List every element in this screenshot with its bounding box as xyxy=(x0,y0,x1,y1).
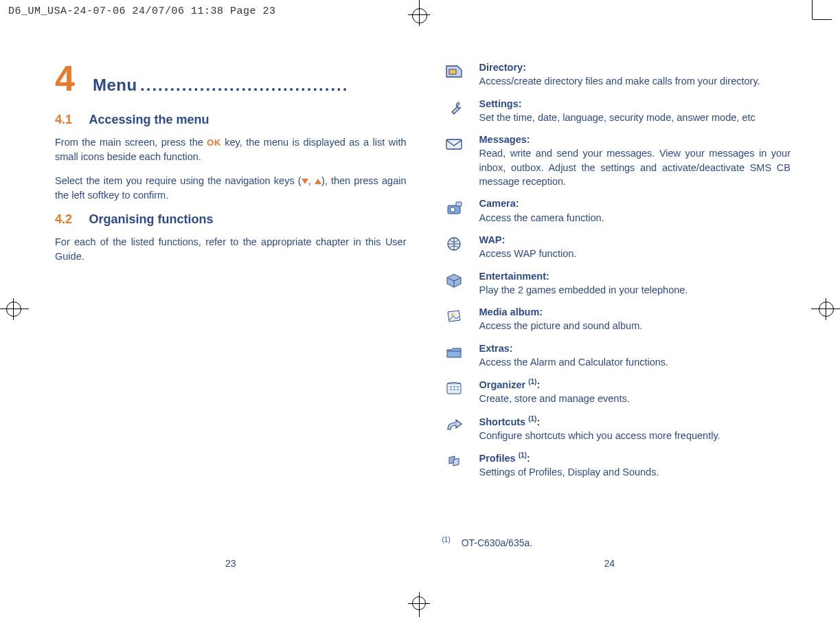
nav-up-icon xyxy=(315,179,321,184)
svg-rect-1 xyxy=(446,139,462,149)
print-header: D6_UM_USA-24-07-06 24/07/06 11:38 Page 2… xyxy=(8,5,276,17)
page-left: 4 Menu .................................… xyxy=(41,41,420,576)
svg-point-6 xyxy=(451,313,454,316)
crop-mark-right xyxy=(811,294,840,324)
shortcuts-icon xyxy=(442,416,466,435)
crop-mark-top xyxy=(398,0,440,27)
menu-item-text: Extras:Access the Alarm and Calculator f… xyxy=(479,341,669,370)
menu-item-text: Organizer (1):Create, store and manage e… xyxy=(479,377,630,405)
section-title: Organising functions xyxy=(89,212,213,226)
menu-item: Media album:Access the picture and sound… xyxy=(442,305,791,333)
page-number-right: 24 xyxy=(420,558,799,569)
chapter-dots: ................................... xyxy=(140,76,348,94)
menu-item-text: Camera:Access the camera function. xyxy=(479,197,604,225)
chapter-title: Menu xyxy=(93,76,137,94)
menu-item-text: Entertainment:Play the 2 games embedded … xyxy=(479,269,688,298)
wap-icon xyxy=(442,234,466,254)
paragraph-3: For each of the listed functions, refer … xyxy=(55,235,407,264)
page-right: Directory:Access/create directory files … xyxy=(420,41,799,576)
menu-item-text: Settings:Set the time, date, language, s… xyxy=(479,97,756,125)
menu-item: Messages:Read, write and send your messa… xyxy=(442,133,791,188)
page-number-left: 23 xyxy=(41,558,420,569)
section-number: 4.1 xyxy=(55,113,72,126)
svg-rect-7 xyxy=(447,383,461,394)
footnote-text: OT-C630a/635a. xyxy=(462,537,533,548)
svg-rect-0 xyxy=(449,69,456,74)
footnote: (1) OT-C630a/635a. xyxy=(442,536,533,548)
menu-item: Profiles (1):Settings of Profiles, Displ… xyxy=(442,451,791,479)
menu-item-text: Directory:Access/create directory files … xyxy=(479,60,760,89)
footnote-marker: (1) xyxy=(442,536,451,543)
menu-item-text: Profiles (1):Settings of Profiles, Displ… xyxy=(479,451,659,479)
menu-item: Settings:Set the time, date, language, s… xyxy=(442,97,791,125)
svg-rect-3 xyxy=(456,202,462,206)
section-title: Accessing the menu xyxy=(89,113,209,126)
settings-icon xyxy=(442,98,466,117)
section-4-1-heading: 4.1 Accessing the menu xyxy=(55,113,407,127)
nav-down-icon xyxy=(302,179,308,184)
profiles-icon xyxy=(442,452,466,471)
media-album-icon xyxy=(442,306,466,326)
menu-item: Organizer (1):Create, store and manage e… xyxy=(442,377,791,405)
ok-key-icon: OK xyxy=(207,137,221,148)
chapter-number: 4 xyxy=(55,60,75,96)
paragraph-1: From the main screen, press the OK key, … xyxy=(55,135,407,164)
svg-point-4 xyxy=(450,207,455,212)
menu-item: Extras:Access the Alarm and Calculator f… xyxy=(442,341,791,370)
extras-icon xyxy=(442,343,466,362)
crop-mark-left xyxy=(0,294,29,324)
menu-item-text: Media album:Access the picture and sound… xyxy=(479,305,643,333)
menu-item: WAP:Access WAP function. xyxy=(442,233,791,261)
section-4-2-heading: 4.2 Organising functions xyxy=(55,212,407,227)
camera-icon xyxy=(442,198,466,217)
menu-item: Entertainment:Play the 2 games embedded … xyxy=(442,269,791,298)
menu-item-text: Messages:Read, write and send your messa… xyxy=(479,133,791,188)
entertainment-icon xyxy=(442,271,466,290)
crop-mark-bottom xyxy=(398,587,440,617)
organizer-icon xyxy=(442,379,466,398)
menu-item: Camera:Access the camera function. xyxy=(442,197,791,225)
menu-item-text: WAP:Access WAP function. xyxy=(479,233,577,261)
menu-item-text: Shortcuts (1):Configure shortcuts which … xyxy=(479,414,720,442)
paragraph-2: Select the item you require using the na… xyxy=(55,174,407,203)
messages-icon xyxy=(442,134,466,153)
menu-item: Directory:Access/create directory files … xyxy=(442,60,791,89)
menu-item: Shortcuts (1):Configure shortcuts which … xyxy=(442,414,791,442)
directory-icon xyxy=(442,62,466,81)
chapter-heading: 4 Menu .................................… xyxy=(55,60,407,96)
section-number: 4.2 xyxy=(55,212,72,226)
